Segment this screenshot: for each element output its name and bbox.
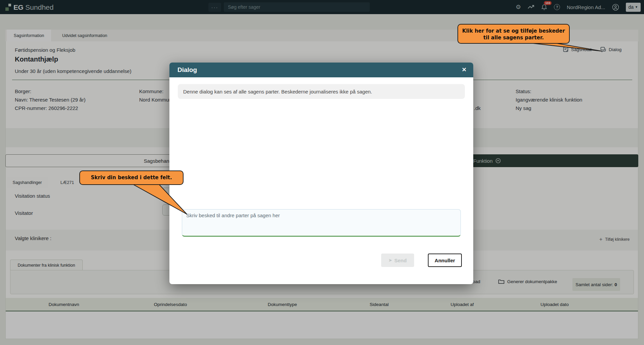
- message-hint-tail: [124, 183, 192, 216]
- dialog-modal-header: Dialog ✕: [169, 63, 473, 77]
- dialog-modal-title: Dialog: [177, 66, 197, 74]
- dialog-hint-line1: Klik her for at se og tilføje beskeder: [458, 28, 569, 34]
- dialog-hint-line2: til alle sagens parter.: [458, 34, 569, 41]
- message-textarea[interactable]: [182, 209, 461, 237]
- app-screen: EG Sundhed ··· ⚙ 103 ? NordRegion Ad... …: [0, 0, 644, 345]
- dialog-info-banner: Denne dialog kan ses af alle sagens part…: [178, 84, 465, 99]
- send-button[interactable]: ➤ Send: [381, 254, 414, 267]
- cancel-button[interactable]: Annuller: [428, 254, 462, 267]
- send-label: Send: [394, 258, 407, 263]
- close-icon[interactable]: ✕: [462, 66, 467, 73]
- dialog-modal: Dialog ✕ Denne dialog kan ses af alle sa…: [169, 63, 473, 284]
- message-hint-callout: Skriv din besked i dette felt.: [79, 170, 184, 185]
- send-arrow-icon: ➤: [389, 258, 392, 263]
- dialog-hint-callout: Klik her for at se og tilføje beskeder t…: [457, 24, 570, 44]
